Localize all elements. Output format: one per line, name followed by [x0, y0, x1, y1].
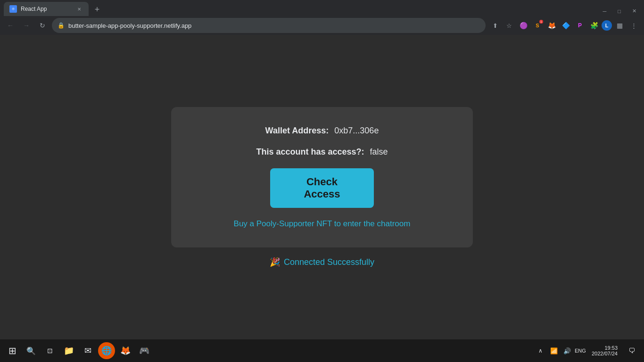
taskbar: ⊞ 🔍 ⊡ 📁 ✉ 🌐 🦊 🎮 ∧ 📶 🔊 ENG 19:53 2022/07/…: [0, 339, 644, 362]
check-access-button[interactable]: Check Access: [270, 168, 374, 208]
ext-icon-3[interactable]: 🦊: [545, 19, 558, 32]
back-button[interactable]: ←: [4, 19, 17, 32]
sidebar-button[interactable]: ▦: [613, 19, 626, 32]
more-button[interactable]: ⋮: [627, 19, 640, 32]
window-controls: ─ □ ✕: [599, 6, 640, 16]
wallet-row: Wallet Address: 0xb7...306e: [265, 126, 379, 136]
active-tab[interactable]: ⚛ React App ✕: [4, 2, 89, 16]
toolbar-icons: ⬆ ☆ 🟣 S 1 🦊 🔷 P 🧩 L ▦ ⋮: [488, 19, 640, 32]
forward-button[interactable]: →: [20, 19, 33, 32]
network-icon[interactable]: 📶: [548, 345, 560, 356]
ext-icon-2[interactable]: S 1: [531, 19, 544, 32]
tab-title: React App: [21, 6, 72, 12]
connected-message: 🎉 Connected Successfully: [270, 257, 374, 267]
start-button[interactable]: ⊞: [4, 342, 21, 359]
lock-icon: 🔒: [58, 22, 65, 29]
taskbar-app-5[interactable]: 🎮: [136, 342, 153, 359]
volume-icon[interactable]: 🔊: [561, 345, 573, 356]
taskbar-app-3[interactable]: 🌐: [98, 342, 115, 359]
ext-icon-4[interactable]: 🔷: [559, 19, 572, 32]
close-window-button[interactable]: ✕: [628, 6, 640, 16]
wallet-value: 0xb7...306e: [334, 126, 379, 136]
wallet-label: Wallet Address:: [265, 126, 329, 136]
task-view-button[interactable]: ⊡: [41, 342, 58, 359]
system-tray: ∧ 📶 🔊 ENG 19:53 2022/07/24 🗨: [535, 342, 640, 359]
main-card: Wallet Address: 0xb7...306e This account…: [171, 107, 473, 247]
lang-indicator[interactable]: ENG: [575, 345, 586, 356]
extensions-button[interactable]: 🧩: [587, 19, 601, 32]
share-icon[interactable]: ⬆: [488, 19, 502, 32]
bookmark-icon[interactable]: ☆: [503, 19, 516, 32]
address-bar-row: ← → ↻ 🔒 butter-sample-app-pooly-supporte…: [0, 16, 644, 35]
tab-strip: ⚛ React App ✕ + ─ □ ✕: [0, 0, 644, 16]
address-text: butter-sample-app-pooly-supporter.netlif…: [68, 22, 480, 29]
tab-favicon: ⚛: [9, 5, 17, 13]
system-clock[interactable]: 19:53 2022/07/24: [588, 345, 621, 356]
new-tab-button[interactable]: +: [91, 3, 104, 16]
ext-icon-1[interactable]: 🟣: [517, 19, 530, 32]
clock-date: 2022/07/24: [592, 351, 618, 356]
address-bar[interactable]: 🔒 butter-sample-app-pooly-supporter.netl…: [52, 18, 486, 33]
connected-text: Connected Successfully: [284, 257, 374, 267]
taskbar-app-2[interactable]: ✉: [79, 342, 96, 359]
browser-chrome: ⚛ React App ✕ + ─ □ ✕ ← → ↻ 🔒 butter-sam…: [0, 0, 644, 35]
tab-close-button[interactable]: ✕: [75, 5, 83, 13]
ext-icon-5[interactable]: P: [573, 19, 586, 32]
buy-nft-link[interactable]: Buy a Pooly-Supporter NFT to enter the c…: [234, 219, 411, 229]
clock-time: 19:53: [604, 345, 618, 351]
refresh-button[interactable]: ↻: [36, 19, 49, 32]
page-content: Wallet Address: 0xb7...306e This account…: [0, 35, 644, 339]
profile-button[interactable]: L: [602, 20, 612, 31]
show-hidden-button[interactable]: ∧: [535, 345, 546, 356]
taskbar-app-4[interactable]: 🦊: [117, 342, 134, 359]
access-row: This account has access?: false: [256, 147, 388, 157]
access-label: This account has access?:: [256, 147, 364, 157]
notification-button[interactable]: 🗨: [623, 342, 640, 359]
maximize-button[interactable]: □: [614, 7, 625, 16]
access-value: false: [370, 147, 388, 157]
search-button[interactable]: 🔍: [23, 342, 40, 359]
taskbar-app-1[interactable]: 📁: [60, 342, 77, 359]
party-emoji: 🎉: [270, 257, 280, 267]
minimize-button[interactable]: ─: [599, 7, 611, 16]
